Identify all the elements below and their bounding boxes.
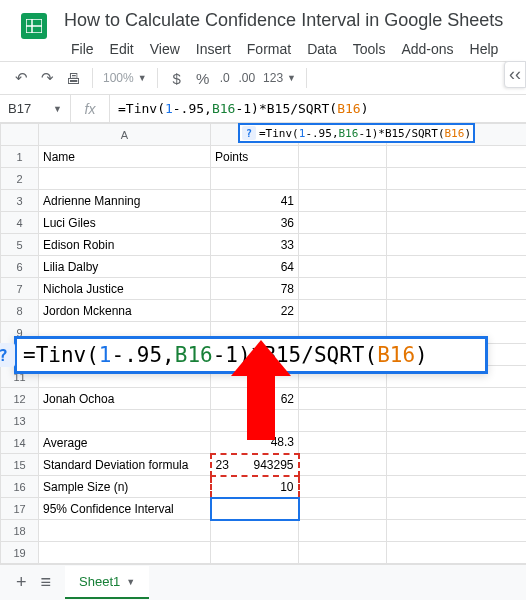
corner-cell[interactable] <box>1 124 39 146</box>
print-icon[interactable]: 🖶 <box>64 70 82 87</box>
sheets-logo[interactable] <box>16 8 52 44</box>
menu-tools[interactable]: Tools <box>346 37 393 61</box>
cell-b17-active[interactable] <box>211 498 299 520</box>
cell-b16[interactable]: 10 <box>211 476 299 498</box>
cell[interactable]: 78 <box>211 278 299 300</box>
row-header[interactable]: 17 <box>1 498 39 520</box>
cell[interactable] <box>299 498 387 520</box>
formula-help-icon[interactable]: ? <box>0 343 15 367</box>
cell[interactable]: Edison Robin <box>39 234 211 256</box>
cell[interactable]: Luci Giles <box>39 212 211 234</box>
row-header[interactable]: 16 <box>1 476 39 498</box>
cell[interactable] <box>39 542 211 564</box>
cell[interactable] <box>387 388 527 410</box>
cell[interactable]: Nichola Justice <box>39 278 211 300</box>
menu-view[interactable]: View <box>143 37 187 61</box>
menu-data[interactable]: Data <box>300 37 344 61</box>
row-header[interactable]: 7 <box>1 278 39 300</box>
cell[interactable] <box>299 454 387 476</box>
row-header[interactable]: 12 <box>1 388 39 410</box>
row-header[interactable]: 5 <box>1 234 39 256</box>
cell[interactable] <box>387 256 527 278</box>
cell[interactable] <box>387 300 527 322</box>
cell[interactable] <box>387 278 527 300</box>
cell[interactable]: 36 <box>211 212 299 234</box>
sheet-tab-active[interactable]: Sheet1 ▼ <box>65 566 149 599</box>
cell[interactable] <box>39 520 211 542</box>
cell[interactable] <box>299 256 387 278</box>
undo-icon[interactable]: ↶ <box>12 69 30 87</box>
cell[interactable] <box>387 212 527 234</box>
expand-toolbar-icon[interactable]: ‹‹ <box>504 61 526 88</box>
cell[interactable]: Standard Deviation formula <box>39 454 211 476</box>
menu-addons[interactable]: Add-ons <box>394 37 460 61</box>
cell[interactable]: Adrienne Manning <box>39 190 211 212</box>
zoom-dropdown-icon[interactable]: ▼ <box>138 73 147 83</box>
cell[interactable] <box>299 146 387 168</box>
menu-format[interactable]: Format <box>240 37 298 61</box>
name-box-dropdown-icon[interactable]: ▼ <box>53 104 62 114</box>
cell[interactable] <box>299 476 387 498</box>
row-header[interactable]: 4 <box>1 212 39 234</box>
cell[interactable] <box>387 542 527 564</box>
cell[interactable]: Name <box>39 146 211 168</box>
cell[interactable] <box>299 410 387 432</box>
row-header[interactable]: 15 <box>1 454 39 476</box>
cell[interactable] <box>387 432 527 454</box>
cell[interactable]: 95% Confidence Interval <box>39 498 211 520</box>
format-dropdown-icon[interactable]: ▼ <box>287 73 296 83</box>
menu-edit[interactable]: Edit <box>103 37 141 61</box>
cell[interactable] <box>387 520 527 542</box>
cell[interactable] <box>299 520 387 542</box>
cell[interactable] <box>299 212 387 234</box>
cell[interactable] <box>387 410 527 432</box>
cell[interactable]: Jonah Ochoa <box>39 388 211 410</box>
cell[interactable] <box>387 454 527 476</box>
col-header-a[interactable]: A <box>39 124 211 146</box>
zoom-level[interactable]: 100% <box>103 71 134 85</box>
cell[interactable]: 41 <box>211 190 299 212</box>
cell[interactable]: 64 <box>211 256 299 278</box>
row-header[interactable]: 19 <box>1 542 39 564</box>
cell[interactable] <box>211 542 299 564</box>
cell[interactable] <box>387 476 527 498</box>
cell[interactable]: Sample Size (n) <box>39 476 211 498</box>
row-header[interactable]: 13 <box>1 410 39 432</box>
cell[interactable] <box>211 520 299 542</box>
cell[interactable] <box>299 234 387 256</box>
cell[interactable] <box>387 498 527 520</box>
formula-input[interactable]: =Tinv(1-.95,B16-1)*B15/SQRT(B16) <box>110 101 526 116</box>
cell[interactable] <box>299 168 387 190</box>
row-header[interactable]: 8 <box>1 300 39 322</box>
cell[interactable] <box>299 278 387 300</box>
sheet-dropdown-icon[interactable]: ▼ <box>126 577 135 587</box>
currency-icon[interactable]: $ <box>168 70 186 87</box>
cell[interactable]: 22 <box>211 300 299 322</box>
cell[interactable] <box>387 190 527 212</box>
row-header[interactable]: 6 <box>1 256 39 278</box>
cell[interactable] <box>387 146 527 168</box>
redo-icon[interactable]: ↷ <box>38 69 56 87</box>
cell[interactable] <box>39 168 211 190</box>
percent-icon[interactable]: % <box>194 70 212 87</box>
increase-decimal-icon[interactable]: .00 <box>238 71 255 85</box>
cell[interactable] <box>387 234 527 256</box>
cell[interactable] <box>299 300 387 322</box>
cell[interactable] <box>299 388 387 410</box>
cell-reference-box[interactable]: B17 ▼ <box>0 101 70 116</box>
all-sheets-icon[interactable]: ≡ <box>41 572 52 593</box>
inline-formula-editor[interactable]: ? =Tinv(1-.95,B16-1)*B15/SQRT(B16) <box>238 123 475 143</box>
cell[interactable]: Jordon Mckenna <box>39 300 211 322</box>
cell[interactable] <box>387 168 527 190</box>
add-sheet-icon[interactable]: + <box>16 572 27 593</box>
cell-b15[interactable]: 23943295 <box>211 454 299 476</box>
cell[interactable]: 33 <box>211 234 299 256</box>
number-format[interactable]: 123 <box>263 71 283 85</box>
cell[interactable] <box>299 542 387 564</box>
cell[interactable]: Lilia Dalby <box>39 256 211 278</box>
cell[interactable]: Points <box>211 146 299 168</box>
row-header[interactable]: 3 <box>1 190 39 212</box>
menu-help[interactable]: Help <box>463 37 506 61</box>
cell[interactable] <box>39 410 211 432</box>
row-header[interactable]: 14 <box>1 432 39 454</box>
